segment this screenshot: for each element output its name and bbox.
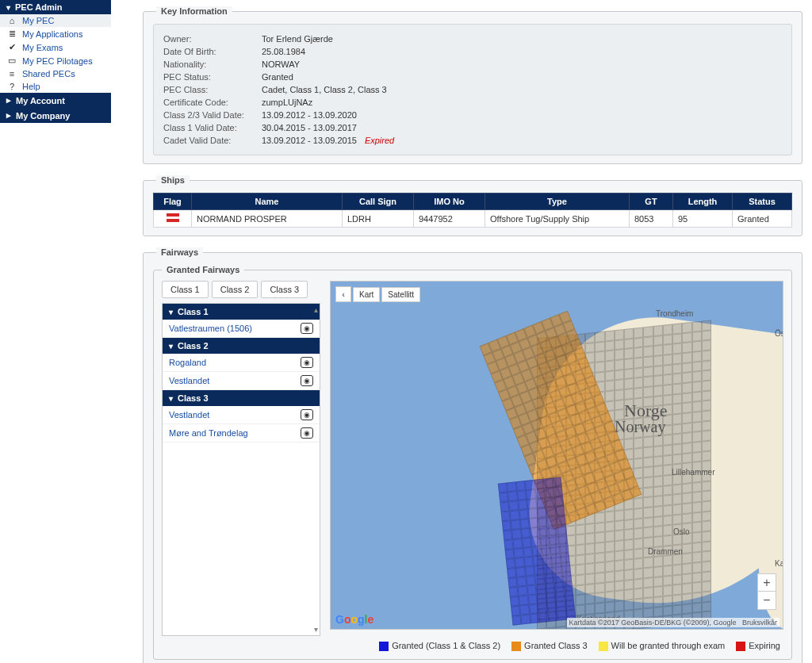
city-label: Lillehammer (672, 468, 714, 477)
scroll-up-icon[interactable]: ▴ (314, 305, 318, 314)
sidebar-item-my-exams[interactable]: ✔ My Exams (0, 40, 111, 54)
city-label: Trondheim (656, 309, 693, 318)
legend-item: Granted (Class 1 & Class 2) (379, 641, 500, 651)
cell-status: Granted (733, 210, 792, 228)
sidebar-section-pec-admin[interactable]: PEC Admin (0, 0, 111, 14)
list-icon: ≡ (6, 69, 17, 79)
stack-icon: ≣ (6, 29, 17, 39)
expired-tag: Expired (365, 136, 394, 145)
panel-legend: Granted Fairways (162, 265, 244, 274)
caret-down-icon (6, 2, 10, 12)
city-label: Östersund (775, 329, 783, 338)
th-imo[interactable]: IMO No (414, 194, 485, 210)
sidebar-section-title: My Account (16, 96, 65, 105)
legend-item: Granted Class 3 (511, 641, 587, 651)
eye-icon[interactable] (301, 375, 313, 386)
sidebar-section-title: My Company (16, 111, 70, 121)
chevron-right-icon: ▸ (6, 95, 11, 105)
sidebar-item-label: My Exams (22, 43, 63, 52)
map-terms-link[interactable]: Bruksvilkår (742, 619, 777, 627)
map-type-satellitt[interactable]: Satellitt (381, 287, 420, 302)
acc-item[interactable]: Rogaland (163, 354, 320, 372)
cell-name: NORMAND PROSPER (192, 210, 343, 228)
legend-item: Expiring (736, 641, 780, 651)
kv-dob: Date Of Birth:25.08.1984 (163, 45, 782, 58)
th-gt[interactable]: GT (630, 194, 673, 210)
map-attribution: Kartdata ©2017 GeoBasis-DE/BKG (©2009), … (567, 618, 779, 627)
sidebar-item-my-pec-pilotages[interactable]: ▭ My PEC Pilotages (0, 54, 111, 67)
sidebar-section-my-company[interactable]: ▸ My Company (0, 108, 111, 123)
sidebar-item-label: Help (22, 82, 40, 91)
map-canvas[interactable]: /* filled below */ Norge Norway Trondhei… (331, 282, 783, 629)
check-icon: ✔ (6, 42, 17, 52)
kv-cert-code: Certificate Code:zumpLUjNAz (163, 96, 782, 109)
acc-item[interactable]: Vestlandet (163, 372, 320, 390)
ships-table: Flag Name Call Sign IMO No Type GT Lengt… (153, 193, 792, 228)
sidebar-item-my-pec[interactable]: ⌂ My PEC (0, 14, 111, 27)
th-length[interactable]: Length (673, 194, 733, 210)
city-label: Karlstad (775, 559, 783, 568)
sidebar-section-my-account[interactable]: ▸ My Account (0, 93, 111, 108)
flag-icon (167, 213, 179, 222)
acc-header-class-2[interactable]: Class 2 (163, 338, 320, 354)
th-name[interactable]: Name (192, 194, 343, 210)
scroll-down-icon[interactable]: ▾ (314, 625, 318, 634)
acc-header-class-1[interactable]: Class 1 (163, 304, 320, 320)
chevron-right-icon: ▸ (6, 110, 11, 121)
sidebar-item-label: My Applications (22, 29, 82, 39)
eye-icon[interactable] (301, 409, 313, 420)
table-row[interactable]: NORMAND PROSPER LDRH 9447952 Offshore Tu… (154, 210, 792, 228)
fairway-accordion: ▴ Class 1 Vatlestraumen (1506) Class 2 R… (162, 303, 320, 636)
book-icon: ▭ (6, 56, 17, 66)
kv-pec-status: PEC Status:Granted (163, 71, 782, 83)
th-status[interactable]: Status (733, 194, 792, 210)
acc-header-class-3[interactable]: Class 3 (163, 390, 320, 406)
map-back-button[interactable]: ‹ (335, 286, 351, 302)
cell-type: Offshore Tug/Supply Ship (485, 210, 630, 228)
panel-legend: Key Information (156, 6, 232, 16)
class-tabs: Class 1 Class 2 Class 3 (162, 281, 320, 298)
map-label-norway: Norway (615, 418, 665, 436)
key-info-box: Owner:Tor Erlend Gjærde Date Of Birth:25… (153, 24, 792, 155)
zoom-in-button[interactable]: + (758, 574, 776, 592)
eye-icon[interactable] (301, 357, 313, 368)
th-type[interactable]: Type (485, 194, 630, 210)
google-logo: Google (335, 613, 373, 626)
kv-cadet-valid: Cadet Valid Date:13.09.2012 - 13.09.2015… (163, 134, 782, 147)
fairway-navigator: Class 1 Class 2 Class 3 ▴ Class 1 Vatles… (162, 281, 320, 636)
kv-class23-valid: Class 2/3 Valid Date:13.09.2012 - 13.09.… (163, 109, 782, 121)
sidebar-item-label: Shared PECs (22, 69, 75, 79)
tab-class-1[interactable]: Class 1 (162, 281, 209, 298)
tab-class-2[interactable]: Class 2 (212, 281, 259, 298)
sidebar-item-help[interactable]: ? Help (0, 80, 111, 93)
acc-item[interactable]: Vatlestraumen (1506) (163, 320, 320, 338)
sidebar: PEC Admin ⌂ My PEC ≣ My Applications ✔ M… (0, 0, 111, 663)
map-legend: Granted (Class 1 & Class 2) Granted Clas… (162, 636, 783, 651)
eye-icon[interactable] (301, 323, 313, 334)
map-zoom-controls: + − (757, 573, 776, 610)
kv-owner: Owner:Tor Erlend Gjærde (163, 33, 782, 45)
cell-gt: 8053 (630, 210, 673, 228)
ships-panel: Ships Flag Name Call Sign IMO No Type GT… (143, 175, 802, 236)
acc-item[interactable]: Møre and Trøndelag (163, 424, 320, 443)
map-type-kart[interactable]: Kart (353, 287, 380, 302)
fairways-panel: Fairways Granted Fairways Class 1 Class … (143, 247, 802, 663)
granted-fairways-panel: Granted Fairways Class 1 Class 2 Class 3… (153, 265, 792, 660)
cell-imo: 9447952 (414, 210, 485, 228)
map[interactable]: /* filled below */ Norge Norway Trondhei… (330, 281, 783, 630)
main-content: Key Information Owner:Tor Erlend Gjærde … (111, 0, 812, 663)
zoom-out-button[interactable]: − (758, 592, 776, 609)
eye-icon[interactable] (301, 427, 313, 439)
th-flag[interactable]: Flag (154, 194, 192, 210)
sidebar-list: ⌂ My PEC ≣ My Applications ✔ My Exams ▭ … (0, 14, 111, 93)
panel-legend: Fairways (156, 247, 203, 257)
tab-class-3[interactable]: Class 3 (261, 281, 308, 298)
home-icon: ⌂ (6, 16, 17, 25)
acc-item[interactable]: Vestlandet (163, 406, 320, 424)
sidebar-section-title: PEC Admin (15, 2, 63, 12)
kv-class1-valid: Class 1 Valid Date:30.04.2015 - 13.09.20… (163, 121, 782, 134)
map-type-controls: ‹ Kart Satellitt (335, 286, 420, 302)
th-callsign[interactable]: Call Sign (343, 194, 414, 210)
sidebar-item-shared-pecs[interactable]: ≡ Shared PECs (0, 67, 111, 80)
sidebar-item-my-applications[interactable]: ≣ My Applications (0, 27, 111, 40)
